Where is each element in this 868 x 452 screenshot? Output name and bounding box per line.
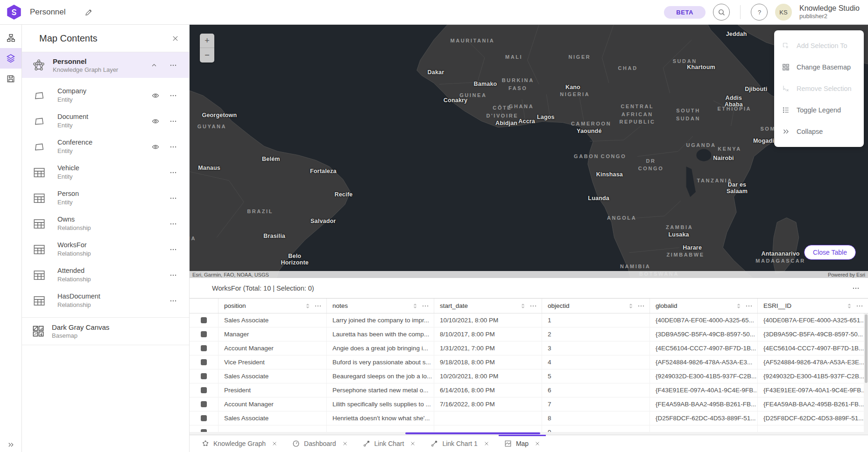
cell-notes[interactable]: Beauregard sleeps on the job a lo... [327, 369, 434, 383]
column-options-icon[interactable] [745, 302, 753, 310]
table-row[interactable]: Sales AssociateHenrietta doesn't know wh… [190, 411, 868, 425]
table-row[interactable]: Sales AssociateLarry joined the company … [190, 313, 868, 327]
row-checkbox[interactable] [201, 373, 207, 379]
cell-globalid[interactable]: {D25F8DCF-62DC-4D53-889F-51... [650, 411, 758, 425]
cell-esri_id[interactable] [758, 425, 868, 432]
save-button[interactable] [0, 69, 21, 89]
column-options-icon[interactable] [637, 302, 645, 310]
scrollbar-thumb[interactable] [865, 314, 868, 383]
cell-position[interactable]: Sales Associate [219, 369, 327, 383]
cell-globalid[interactable]: {3DB9A59C-B5FA-49CB-8597-50... [650, 327, 758, 341]
view-tab[interactable]: Link Chart [355, 435, 423, 452]
layer-options-icon[interactable] [169, 92, 177, 99]
zoom-in-button[interactable]: + [200, 34, 214, 48]
view-tab[interactable]: Knowledge Graph [194, 435, 285, 452]
map-layers-button[interactable] [0, 48, 21, 69]
cell-esri_id[interactable]: {9249032D-E300-41B5-937F-C2B... [758, 369, 868, 383]
context-menu-item[interactable]: Remove Selection [774, 78, 864, 99]
cell-esri_id[interactable]: {3DB9A59C-B5FA-49CB-8597-50... [758, 327, 868, 341]
sort-icon[interactable] [412, 303, 418, 309]
zoom-out-button[interactable]: − [200, 48, 214, 63]
expand-rail-button[interactable] [0, 441, 21, 448]
cell-start_date[interactable]: 1/31/2021, 7:00 PM [434, 341, 542, 355]
sort-icon[interactable] [628, 303, 634, 309]
cell-position[interactable]: Account Manager [219, 341, 327, 355]
row-checkbox[interactable] [201, 317, 207, 323]
cell-position[interactable] [219, 425, 327, 432]
column-options-icon[interactable] [856, 302, 863, 310]
cell-objectid[interactable]: 3 [542, 341, 650, 355]
cell-objectid[interactable]: 8 [542, 411, 650, 425]
layer-options-icon[interactable] [169, 195, 177, 202]
context-menu-item[interactable]: Add Selection To [774, 35, 864, 56]
cell-objectid[interactable]: 9 [542, 425, 650, 432]
layer-options-icon[interactable] [169, 246, 177, 253]
cell-start_date[interactable]: 10/20/2021, 8:00 PM [434, 369, 542, 383]
cell-objectid[interactable]: 1 [542, 313, 650, 327]
column-header[interactable]: globalid [650, 299, 758, 313]
table-options-icon[interactable] [852, 285, 860, 292]
row-checkbox[interactable] [201, 345, 207, 351]
row-checkbox[interactable] [201, 387, 207, 393]
cell-objectid[interactable]: 6 [542, 383, 650, 397]
cell-objectid[interactable]: 4 [542, 355, 650, 369]
sort-icon[interactable] [520, 303, 526, 309]
basemap-row[interactable]: Dark Gray Canvas Basemap [22, 317, 189, 345]
visibility-eye-icon[interactable] [152, 143, 159, 151]
layer-row[interactable]: Document Entity [22, 108, 189, 134]
cell-start_date[interactable]: 10/10/2021, 8:00 PM [434, 313, 542, 327]
table-row[interactable]: PresidentPersephone started new metal o.… [190, 383, 868, 397]
column-header[interactable]: ESRI__ID [758, 299, 868, 313]
layer-options-icon[interactable] [169, 271, 177, 279]
close-tab-icon[interactable] [410, 441, 416, 446]
cell-objectid[interactable]: 7 [542, 397, 650, 411]
table-vertical-scrollbar[interactable] [864, 313, 868, 432]
close-tab-icon[interactable] [342, 441, 348, 446]
table-row[interactable]: ManagerLauretta has been with the comp..… [190, 327, 868, 341]
cell-start_date[interactable] [434, 411, 542, 425]
close-tab-icon[interactable] [484, 441, 489, 446]
close-tab-icon[interactable] [272, 441, 277, 446]
layer-row[interactable]: WorksFor Relationship [22, 236, 189, 262]
cell-globalid[interactable]: {40DE0B7A-EF0E-4000-A325-65... [650, 313, 758, 327]
scrollbar-thumb[interactable] [405, 432, 540, 434]
cell-notes[interactable]: Buford is very passionate about s... [327, 355, 434, 369]
cell-notes[interactable]: Larry joined the company to impr... [327, 313, 434, 327]
column-header[interactable]: position [219, 299, 327, 313]
layer-row[interactable]: Conference Entity [22, 134, 189, 160]
knowledge-studio-logo-icon[interactable] [7, 5, 21, 20]
cell-position[interactable]: Sales Associate [219, 411, 327, 425]
knowledge-graph-layer-group[interactable]: Personnel Knowledge Graph Layer [22, 52, 189, 78]
cell-globalid[interactable]: {AF524884-9826-478A-A53A-E3... [650, 355, 758, 369]
user-avatar[interactable]: KS [775, 4, 792, 21]
cell-objectid[interactable]: 2 [542, 327, 650, 341]
cell-start_date[interactable]: 8/10/2017, 8:00 PM [434, 327, 542, 341]
edit-title-pencil-icon[interactable] [85, 8, 92, 16]
cell-globalid[interactable]: {4EC56104-CCC7-4907-BF7D-1B... [650, 341, 758, 355]
search-button[interactable] [713, 4, 730, 21]
row-checkbox[interactable] [201, 359, 207, 365]
cell-position[interactable]: Vice President [219, 355, 327, 369]
cell-notes[interactable]: Persephone started new metal o... [327, 383, 434, 397]
cell-esri_id[interactable]: {AF524884-9826-478A-A53A-E3E... [758, 355, 868, 369]
close-tab-icon[interactable] [535, 441, 540, 446]
visibility-eye-icon[interactable] [152, 92, 159, 99]
table-row[interactable]: Vice PresidentBuford is very passionate … [190, 355, 868, 369]
layer-options-icon[interactable] [169, 169, 177, 176]
table-row[interactable]: Account ManagerAngie does a great job br… [190, 341, 868, 355]
cell-globalid[interactable]: {9249032D-E300-41B5-937F-C2B... [650, 369, 758, 383]
cell-start_date[interactable]: 9/18/2018, 8:00 PM [434, 355, 542, 369]
cell-globalid[interactable] [650, 425, 758, 432]
layer-row[interactable]: Vehicle Entity [22, 160, 189, 185]
view-tab[interactable]: Link Chart 1 [423, 435, 496, 452]
cell-position[interactable]: President [219, 383, 327, 397]
cell-esri_id[interactable]: {D25F8DCF-62DC-4D53-889F-51... [758, 411, 868, 425]
view-tab[interactable]: Map [497, 435, 548, 452]
cell-esri_id[interactable]: {F43E91EE-097A-40A1-9C4E-9FB... [758, 383, 868, 397]
row-checkbox[interactable] [201, 415, 207, 421]
group-options-icon[interactable] [169, 62, 177, 69]
visibility-eye-icon[interactable] [152, 118, 159, 125]
cell-notes[interactable]: Henrietta doesn't know what she'... [327, 411, 434, 425]
close-table-button[interactable]: Close Table [804, 245, 856, 260]
map-view[interactable]: MAURITANIAMALINIGERCHADSUDANGUINEABURKIN… [190, 25, 868, 278]
